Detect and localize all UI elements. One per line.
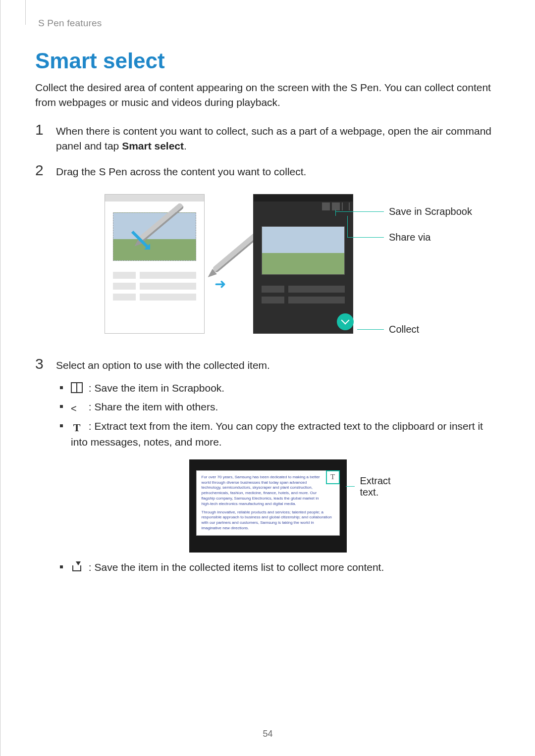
sample-paragraph: For over 70 years, Samsung has been dedi… <box>202 475 323 507</box>
step-2: 2 Drag the S Pen across the content you … <box>35 163 500 179</box>
callout-share-via: Share via <box>347 232 431 243</box>
step-3: 3 Select an option to use with the colle… <box>35 356 500 373</box>
step-number: 1 <box>35 122 56 137</box>
option-list: : Save the item in Scrapbook. < : Share … <box>60 380 500 451</box>
share-icon: < <box>71 401 83 412</box>
figure-smart-select: ➜ Save in Scrapbook Share via Collect <box>100 189 486 348</box>
smart-select-label: Smart select <box>122 140 184 151</box>
option-download: : Save the item in the collected items l… <box>60 559 500 576</box>
text-icon: T <box>71 422 83 433</box>
extract-text-button-icon: T <box>326 470 340 484</box>
option-list-2: : Save the item in the collected items l… <box>60 559 500 576</box>
callout-extract-text: Extract text. <box>346 475 395 498</box>
scrapbook-icon <box>322 202 330 210</box>
figure-extract-text: T For over 70 years, Samsung has been de… <box>35 459 500 553</box>
option-extract-text: T : Extract text from the item. You can … <box>60 418 500 451</box>
download-icon <box>71 561 83 572</box>
step-text: When there is content you want to collec… <box>56 125 491 151</box>
chapter-header: S Pen features <box>38 18 500 29</box>
device-source <box>105 194 205 334</box>
callout-collect: Collect <box>357 324 419 335</box>
arrow-right-icon: ➜ <box>214 276 226 292</box>
step-1: 1 When there is content you want to coll… <box>35 122 500 154</box>
page-title: Smart select <box>35 49 500 73</box>
step-number: 2 <box>35 163 56 178</box>
manual-page: S Pen features Smart select Collect the … <box>0 0 535 756</box>
step-text: Select an option to use with the collect… <box>56 356 500 373</box>
callout-save-scrapbook: Save in Scrapbook <box>335 206 472 217</box>
drag-arrow-icon <box>129 229 154 253</box>
step-number: 3 <box>35 356 56 371</box>
page-number: 54 <box>0 729 535 739</box>
text-extraction-screenshot: T For over 70 years, Samsung has been de… <box>189 459 347 553</box>
collect-button-icon <box>337 313 354 330</box>
sample-paragraph: Through innovative, reliable products an… <box>202 510 334 531</box>
option-share: < : Share the item with others. <box>60 399 500 415</box>
intro-paragraph: Collect the desired area of content appe… <box>35 80 500 110</box>
option-scrapbook: : Save the item in Scrapbook. <box>60 380 500 397</box>
scrapbook-icon <box>71 382 83 393</box>
step-text: Drag the S Pen across the content you wa… <box>56 163 500 179</box>
step-text-after: . <box>184 140 187 151</box>
